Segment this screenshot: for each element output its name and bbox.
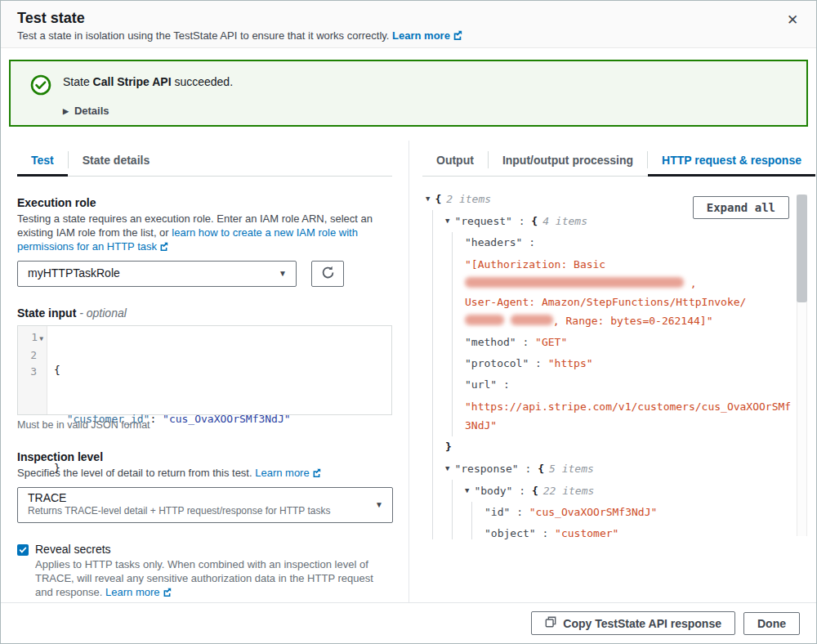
details-expander[interactable]: ▶Details xyxy=(63,105,793,117)
success-flash: State Call Stripe API succeeded. ▶Detail… xyxy=(9,60,808,127)
right-tabs: Output Input/output processing HTTP requ… xyxy=(422,147,815,177)
optional-tag: - optional xyxy=(79,306,127,320)
state-name: Call Stripe API xyxy=(93,75,172,88)
expand-all-button[interactable]: Expand all xyxy=(693,196,789,219)
execution-role-select[interactable]: myHTTPTaskRole ▼ xyxy=(17,261,297,287)
left-tabs: Test State details xyxy=(17,147,392,177)
redacted-secret xyxy=(511,315,553,325)
state-input-editor[interactable]: 1▼ 2 3 { "customer_id": "cus_OvaXOOrSMf3… xyxy=(17,325,392,415)
execution-role-label: Execution role xyxy=(17,196,392,209)
tree-request-children: "headers" : "[Authorization: Basic , Use… xyxy=(452,232,815,436)
fold-caret-icon[interactable]: ▼ xyxy=(39,335,43,342)
tab-test[interactable]: Test xyxy=(17,147,68,176)
dialog-body: Test State details Execution role Testin… xyxy=(1,141,816,602)
tree-url-key-row: "url" : xyxy=(465,374,815,396)
inspection-level-select[interactable]: TRACE Returns TRACE-level detail + HTTP … xyxy=(17,487,393,523)
state-input-section: State input - optional 1▼ 2 3 { "custome… xyxy=(17,306,392,431)
tab-http-request-response[interactable]: HTTP request & response xyxy=(648,147,815,176)
external-link-icon xyxy=(453,30,462,42)
flash-message: State Call Stripe API succeeded. xyxy=(63,74,233,90)
success-check-icon xyxy=(30,74,51,99)
caret-down-icon[interactable]: ▼ xyxy=(465,480,469,501)
inspection-learn-link[interactable]: Learn more xyxy=(255,467,320,479)
external-link-icon xyxy=(312,467,321,481)
tree-id-row: "id" : "cus_OvaXOOrSMf3NdJ" xyxy=(484,502,815,523)
caret-down-icon[interactable]: ▼ xyxy=(445,458,449,479)
header-learn-more-link[interactable]: Learn more xyxy=(392,29,462,42)
caret-right-icon: ▶ xyxy=(63,107,69,115)
chevron-down-icon: ▼ xyxy=(375,500,383,509)
tree-headers-key-row: "headers" : xyxy=(465,232,815,253)
caret-down-icon[interactable]: ▼ xyxy=(426,188,430,209)
inspection-level-value: TRACE xyxy=(28,491,368,504)
result-panel: Output Input/output processing HTTP requ… xyxy=(409,141,817,602)
tree-url-value: "https://api.stripe.com/v1/customers/cus… xyxy=(465,396,792,436)
close-icon[interactable]: ✕ xyxy=(784,11,801,29)
tree-response-row: ▼"response" : {5 items xyxy=(445,458,815,480)
test-state-dialog: Test state Test a state in isolation usi… xyxy=(0,0,817,644)
external-link-icon xyxy=(163,586,172,600)
tree-object-row: "object" : "customer" xyxy=(484,523,815,539)
execution-role-description: Testing a state requires an execution ro… xyxy=(17,212,392,254)
tree-method-row: "method" : "GET" xyxy=(465,332,815,353)
copy-teststate-response-button[interactable]: Copy TestState API response xyxy=(531,611,735,635)
tree-request-close-row: } xyxy=(445,436,815,458)
tree-root-children: ▼"request" : {4 items "headers" : "[Auth… xyxy=(432,210,815,539)
reveal-secrets-label: Reveal secrets xyxy=(35,543,111,556)
tree-body-children: "id" : "cus_OvaXOOrSMf3NdJ" "object" : "… xyxy=(471,502,815,539)
caret-down-icon[interactable]: ▼ xyxy=(445,210,449,231)
subtitle-text: Test a state in isolation using the Test… xyxy=(17,29,389,42)
tree-headers-value: "[Authorization: Basic , User-Agent: Ama… xyxy=(465,253,792,332)
tree-body-row: ▼"body" : {22 items xyxy=(465,480,815,502)
inspection-level-value-desc: Returns TRACE-level detail + HTTP reques… xyxy=(28,505,368,517)
dialog-header: Test state Test a state in isolation usi… xyxy=(1,1,816,48)
page-title: Test state xyxy=(17,8,800,28)
copy-icon xyxy=(545,616,556,630)
execution-role-value: myHTTPTaskRole xyxy=(28,266,120,280)
redacted-secret xyxy=(465,315,504,325)
reveal-secrets-checkbox[interactable] xyxy=(17,544,29,556)
dialog-footer: Copy TestState API response Done xyxy=(1,602,816,643)
code-line: { xyxy=(54,362,391,378)
tab-io-processing[interactable]: Input/output processing xyxy=(489,147,647,176)
editor-gutter: 1▼ 2 3 xyxy=(18,326,47,414)
execution-role-section: Execution role Testing a state requires … xyxy=(17,196,392,287)
state-input-label: State input - optional xyxy=(17,306,392,320)
chevron-down-icon: ▼ xyxy=(279,269,287,278)
http-json-tree: Expand all ▼{2 items ▼"request" : {4 ite… xyxy=(422,188,815,539)
reveal-secrets-row: Reveal secrets xyxy=(17,543,392,556)
refresh-icon xyxy=(321,266,335,282)
editor-code[interactable]: { "customer_id": "cus_OvaXOOrSMf3NdJ" } xyxy=(47,326,391,414)
refresh-roles-button[interactable] xyxy=(311,261,344,287)
tab-state-details[interactable]: State details xyxy=(69,147,163,176)
tab-output[interactable]: Output xyxy=(422,147,488,176)
tree-response-children: ▼"body" : {22 items "id" : "cus_OvaXOOrS… xyxy=(452,480,815,539)
test-config-panel: Test State details Execution role Testin… xyxy=(1,141,409,602)
external-link-icon xyxy=(159,240,168,254)
reveal-secrets-description: Applies to HTTP tasks only. When combine… xyxy=(35,557,392,600)
scrollbar-thumb[interactable] xyxy=(797,195,807,302)
done-button[interactable]: Done xyxy=(743,612,800,635)
dialog-subtitle: Test a state in isolation using the Test… xyxy=(17,29,800,42)
redacted-secret xyxy=(465,277,684,288)
reveal-learn-link[interactable]: Learn more xyxy=(105,586,171,598)
tree-protocol-row: "protocol" : "https" xyxy=(465,353,815,374)
